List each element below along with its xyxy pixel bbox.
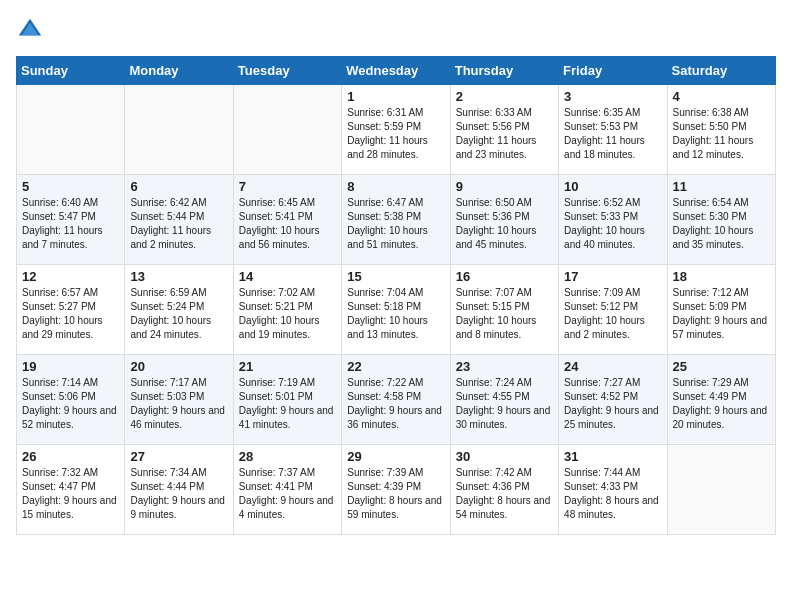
day-number: 14 [239, 269, 336, 284]
day-info: Sunrise: 6:47 AM Sunset: 5:38 PM Dayligh… [347, 196, 444, 252]
calendar-cell [667, 445, 775, 535]
calendar-cell [125, 85, 233, 175]
day-info: Sunrise: 6:50 AM Sunset: 5:36 PM Dayligh… [456, 196, 553, 252]
day-info: Sunrise: 7:42 AM Sunset: 4:36 PM Dayligh… [456, 466, 553, 522]
page-header [16, 16, 776, 44]
day-info: Sunrise: 7:09 AM Sunset: 5:12 PM Dayligh… [564, 286, 661, 342]
day-number: 15 [347, 269, 444, 284]
day-number: 12 [22, 269, 119, 284]
day-number: 4 [673, 89, 770, 104]
calendar-cell: 22Sunrise: 7:22 AM Sunset: 4:58 PM Dayli… [342, 355, 450, 445]
day-info: Sunrise: 7:27 AM Sunset: 4:52 PM Dayligh… [564, 376, 661, 432]
calendar-cell: 28Sunrise: 7:37 AM Sunset: 4:41 PM Dayli… [233, 445, 341, 535]
day-number: 29 [347, 449, 444, 464]
day-number: 31 [564, 449, 661, 464]
day-number: 28 [239, 449, 336, 464]
calendar-week-row: 5Sunrise: 6:40 AM Sunset: 5:47 PM Daylig… [17, 175, 776, 265]
logo-icon [16, 16, 44, 44]
calendar-cell: 8Sunrise: 6:47 AM Sunset: 5:38 PM Daylig… [342, 175, 450, 265]
calendar-week-row: 12Sunrise: 6:57 AM Sunset: 5:27 PM Dayli… [17, 265, 776, 355]
day-number: 7 [239, 179, 336, 194]
calendar-cell: 4Sunrise: 6:38 AM Sunset: 5:50 PM Daylig… [667, 85, 775, 175]
day-info: Sunrise: 7:24 AM Sunset: 4:55 PM Dayligh… [456, 376, 553, 432]
calendar-cell: 24Sunrise: 7:27 AM Sunset: 4:52 PM Dayli… [559, 355, 667, 445]
calendar-cell: 5Sunrise: 6:40 AM Sunset: 5:47 PM Daylig… [17, 175, 125, 265]
day-info: Sunrise: 7:17 AM Sunset: 5:03 PM Dayligh… [130, 376, 227, 432]
calendar-cell: 20Sunrise: 7:17 AM Sunset: 5:03 PM Dayli… [125, 355, 233, 445]
day-info: Sunrise: 7:04 AM Sunset: 5:18 PM Dayligh… [347, 286, 444, 342]
day-number: 10 [564, 179, 661, 194]
calendar-cell: 9Sunrise: 6:50 AM Sunset: 5:36 PM Daylig… [450, 175, 558, 265]
day-number: 5 [22, 179, 119, 194]
day-number: 6 [130, 179, 227, 194]
day-info: Sunrise: 6:38 AM Sunset: 5:50 PM Dayligh… [673, 106, 770, 162]
day-number: 9 [456, 179, 553, 194]
calendar-cell: 13Sunrise: 6:59 AM Sunset: 5:24 PM Dayli… [125, 265, 233, 355]
day-number: 17 [564, 269, 661, 284]
calendar-cell [17, 85, 125, 175]
calendar-cell: 3Sunrise: 6:35 AM Sunset: 5:53 PM Daylig… [559, 85, 667, 175]
calendar-cell: 29Sunrise: 7:39 AM Sunset: 4:39 PM Dayli… [342, 445, 450, 535]
calendar-cell: 21Sunrise: 7:19 AM Sunset: 5:01 PM Dayli… [233, 355, 341, 445]
day-info: Sunrise: 6:59 AM Sunset: 5:24 PM Dayligh… [130, 286, 227, 342]
calendar-cell [233, 85, 341, 175]
calendar-cell: 17Sunrise: 7:09 AM Sunset: 5:12 PM Dayli… [559, 265, 667, 355]
day-number: 16 [456, 269, 553, 284]
day-number: 20 [130, 359, 227, 374]
calendar-week-row: 1Sunrise: 6:31 AM Sunset: 5:59 PM Daylig… [17, 85, 776, 175]
day-info: Sunrise: 7:19 AM Sunset: 5:01 PM Dayligh… [239, 376, 336, 432]
day-number: 1 [347, 89, 444, 104]
day-info: Sunrise: 7:37 AM Sunset: 4:41 PM Dayligh… [239, 466, 336, 522]
day-info: Sunrise: 7:39 AM Sunset: 4:39 PM Dayligh… [347, 466, 444, 522]
day-number: 23 [456, 359, 553, 374]
day-number: 30 [456, 449, 553, 464]
day-info: Sunrise: 7:14 AM Sunset: 5:06 PM Dayligh… [22, 376, 119, 432]
day-info: Sunrise: 6:54 AM Sunset: 5:30 PM Dayligh… [673, 196, 770, 252]
calendar-header-row: SundayMondayTuesdayWednesdayThursdayFrid… [17, 57, 776, 85]
day-number: 27 [130, 449, 227, 464]
day-info: Sunrise: 7:44 AM Sunset: 4:33 PM Dayligh… [564, 466, 661, 522]
day-info: Sunrise: 6:57 AM Sunset: 5:27 PM Dayligh… [22, 286, 119, 342]
calendar-table: SundayMondayTuesdayWednesdayThursdayFrid… [16, 56, 776, 535]
day-info: Sunrise: 7:22 AM Sunset: 4:58 PM Dayligh… [347, 376, 444, 432]
day-number: 22 [347, 359, 444, 374]
day-info: Sunrise: 6:33 AM Sunset: 5:56 PM Dayligh… [456, 106, 553, 162]
calendar-cell: 27Sunrise: 7:34 AM Sunset: 4:44 PM Dayli… [125, 445, 233, 535]
calendar-cell: 31Sunrise: 7:44 AM Sunset: 4:33 PM Dayli… [559, 445, 667, 535]
day-number: 13 [130, 269, 227, 284]
calendar-cell: 1Sunrise: 6:31 AM Sunset: 5:59 PM Daylig… [342, 85, 450, 175]
day-info: Sunrise: 7:02 AM Sunset: 5:21 PM Dayligh… [239, 286, 336, 342]
day-info: Sunrise: 7:29 AM Sunset: 4:49 PM Dayligh… [673, 376, 770, 432]
calendar-week-row: 19Sunrise: 7:14 AM Sunset: 5:06 PM Dayli… [17, 355, 776, 445]
calendar-week-row: 26Sunrise: 7:32 AM Sunset: 4:47 PM Dayli… [17, 445, 776, 535]
calendar-cell: 14Sunrise: 7:02 AM Sunset: 5:21 PM Dayli… [233, 265, 341, 355]
day-number: 2 [456, 89, 553, 104]
day-of-week-header: Thursday [450, 57, 558, 85]
calendar-cell: 12Sunrise: 6:57 AM Sunset: 5:27 PM Dayli… [17, 265, 125, 355]
calendar-cell: 7Sunrise: 6:45 AM Sunset: 5:41 PM Daylig… [233, 175, 341, 265]
calendar-cell: 2Sunrise: 6:33 AM Sunset: 5:56 PM Daylig… [450, 85, 558, 175]
day-number: 11 [673, 179, 770, 194]
day-of-week-header: Friday [559, 57, 667, 85]
day-info: Sunrise: 7:12 AM Sunset: 5:09 PM Dayligh… [673, 286, 770, 342]
calendar-cell: 18Sunrise: 7:12 AM Sunset: 5:09 PM Dayli… [667, 265, 775, 355]
day-number: 21 [239, 359, 336, 374]
calendar-cell: 25Sunrise: 7:29 AM Sunset: 4:49 PM Dayli… [667, 355, 775, 445]
calendar-cell: 30Sunrise: 7:42 AM Sunset: 4:36 PM Dayli… [450, 445, 558, 535]
day-info: Sunrise: 6:52 AM Sunset: 5:33 PM Dayligh… [564, 196, 661, 252]
calendar-cell: 23Sunrise: 7:24 AM Sunset: 4:55 PM Dayli… [450, 355, 558, 445]
day-number: 26 [22, 449, 119, 464]
calendar-cell: 11Sunrise: 6:54 AM Sunset: 5:30 PM Dayli… [667, 175, 775, 265]
day-info: Sunrise: 6:42 AM Sunset: 5:44 PM Dayligh… [130, 196, 227, 252]
calendar-cell: 26Sunrise: 7:32 AM Sunset: 4:47 PM Dayli… [17, 445, 125, 535]
calendar-cell: 10Sunrise: 6:52 AM Sunset: 5:33 PM Dayli… [559, 175, 667, 265]
calendar-cell: 15Sunrise: 7:04 AM Sunset: 5:18 PM Dayli… [342, 265, 450, 355]
day-info: Sunrise: 6:40 AM Sunset: 5:47 PM Dayligh… [22, 196, 119, 252]
day-number: 3 [564, 89, 661, 104]
day-info: Sunrise: 6:35 AM Sunset: 5:53 PM Dayligh… [564, 106, 661, 162]
day-number: 18 [673, 269, 770, 284]
day-of-week-header: Wednesday [342, 57, 450, 85]
day-info: Sunrise: 6:45 AM Sunset: 5:41 PM Dayligh… [239, 196, 336, 252]
day-info: Sunrise: 6:31 AM Sunset: 5:59 PM Dayligh… [347, 106, 444, 162]
calendar-cell: 16Sunrise: 7:07 AM Sunset: 5:15 PM Dayli… [450, 265, 558, 355]
